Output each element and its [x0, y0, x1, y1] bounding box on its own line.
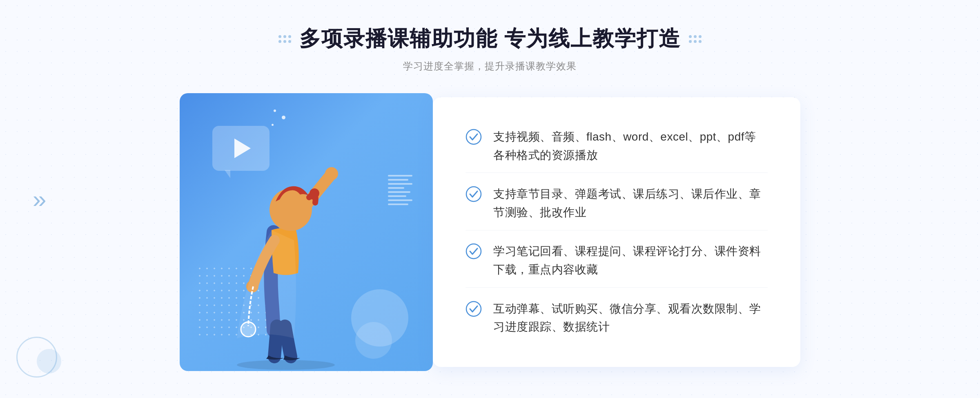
human-figure — [212, 134, 368, 371]
check-icon-1 — [466, 129, 482, 145]
check-icon-3 — [466, 243, 482, 259]
feature-text-2: 支持章节目录、弹题考试、课后练习、课后作业、章节测验、批改作业 — [493, 185, 768, 222]
features-panel: 支持视频、音频、flash、word、excel、ppt、pdf等各种格式的资源… — [433, 97, 800, 367]
left-decor-dots — [278, 35, 291, 43]
main-content: 支持视频、音频、flash、word、excel、ppt、pdf等各种格式的资源… — [163, 93, 817, 371]
illustration-panel — [180, 93, 433, 371]
header-section: 多项录播课辅助功能 专为线上教学打造 学习进度全掌握，提升录播课教学效果 — [278, 25, 702, 73]
check-icon-2 — [466, 186, 482, 202]
feature-text-3: 学习笔记回看、课程提问、课程评论打分、课件资料下载，重点内容收藏 — [493, 242, 768, 279]
feature-item-2: 支持章节目录、弹题考试、课后练习、课后作业、章节测验、批改作业 — [466, 177, 768, 230]
left-chevron-decoration: » — [33, 185, 46, 213]
chevron-symbol: » — [33, 186, 46, 213]
svg-point-8 — [466, 244, 481, 259]
page-subtitle: 学习进度全掌握，提升录播课教学效果 — [278, 60, 702, 73]
page-container: 多项录播课辅助功能 专为线上教学打造 学习进度全掌握，提升录播课教学效果 — [0, 0, 980, 398]
svg-point-6 — [466, 130, 481, 144]
feature-item-3: 学习笔记回看、课程提问、课程评论打分、课件资料下载，重点内容收藏 — [466, 234, 768, 288]
decor-circle-filled — [37, 349, 61, 373]
stripes-decoration — [388, 175, 412, 216]
svg-point-9 — [466, 302, 481, 316]
feature-item-1: 支持视频、音频、flash、word、excel、ppt、pdf等各种格式的资源… — [466, 120, 768, 173]
svg-point-0 — [237, 360, 335, 370]
svg-point-1 — [325, 167, 338, 180]
svg-point-4 — [310, 188, 319, 198]
svg-point-7 — [466, 187, 481, 201]
title-row: 多项录播课辅助功能 专为线上教学打造 — [278, 25, 702, 53]
feature-item-4: 互动弹幕、试听购买、微信分享、观看次数限制、学习进度跟踪、数据统计 — [466, 292, 768, 345]
svg-point-3 — [270, 188, 312, 231]
page-title: 多项录播课辅助功能 专为线上教学打造 — [299, 25, 681, 53]
feature-text-1: 支持视频、音频、flash、word、excel、ppt、pdf等各种格式的资源… — [493, 128, 768, 165]
feature-text-4: 互动弹幕、试听购买、微信分享、观看次数限制、学习进度跟踪、数据统计 — [493, 300, 768, 337]
check-icon-4 — [466, 301, 482, 317]
right-decor-dots-header — [689, 35, 702, 43]
